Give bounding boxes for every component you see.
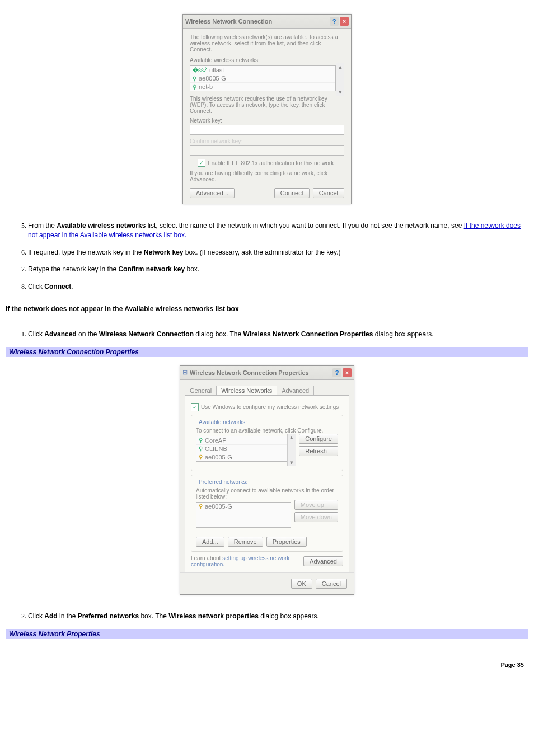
move-up-button: Move up	[294, 500, 338, 510]
signal-icon: ⚲	[199, 454, 203, 460]
signal-icon: ⚲	[199, 437, 203, 443]
configure-button[interactable]: Configure	[299, 434, 338, 444]
step-b1: Click Advanced on the Wireless Network C…	[28, 330, 528, 339]
preferred-legend: Preferred networks:	[197, 479, 249, 485]
properties-button[interactable]: Properties	[266, 537, 307, 547]
signal-icon: ⚲	[193, 76, 196, 82]
step-b2: Click Add in the Preferred networks box.…	[28, 612, 528, 621]
use-windows-checkbox[interactable]: ✓	[191, 403, 199, 411]
advanced-button[interactable]: Advanced...	[190, 188, 235, 198]
instruction-list-c: Click Add in the Preferred networks box.…	[6, 612, 528, 621]
wep-note: This wireless network requires the use o…	[190, 96, 344, 114]
add-button[interactable]: Add...	[196, 537, 224, 547]
available-desc: To connect to an available network, clic…	[196, 428, 338, 434]
use-windows-label: Use Windows to configure my wireless net…	[201, 404, 339, 410]
available-networks-label: Available wireless networks:	[190, 57, 344, 63]
step-6: If required, type the network key in the…	[28, 248, 528, 257]
instruction-list-a: From the Available wireless networks lis…	[6, 221, 528, 292]
learn-about: Learn about setting up wireless network …	[191, 555, 303, 567]
available-networks-list[interactable]: �ššŽulfast ⚲ae8005-G ⚲net-b	[190, 65, 336, 91]
page-number: Page 35	[6, 661, 528, 668]
available-networks-listbox[interactable]: ⚲CoreAP ⚲CLIENB ⚲ae8005-G	[196, 436, 287, 462]
network-key-input[interactable]	[190, 125, 344, 135]
step-8: Click Connect.	[28, 282, 528, 292]
cancel2-button[interactable]: Cancel	[316, 579, 347, 589]
network-key-label: Network key:	[190, 118, 344, 124]
dialog1-intro: The following wireless network(s) are av…	[190, 34, 344, 53]
tab-strip: General Wireless Networks Advanced	[185, 386, 349, 395]
signal-icon: ⚲	[199, 503, 203, 509]
section-band-2: Wireless Network Properties	[6, 629, 528, 639]
list-item[interactable]: ⚲CLIENB	[196, 445, 287, 453]
connect-button[interactable]: Connect	[274, 188, 310, 198]
dialog2-titlebar: ⊞ Wireless Network Connection Properties…	[180, 366, 354, 380]
preferred-desc: Automatically connect to available netwo…	[196, 487, 338, 500]
preferred-networks-fieldset: Preferred networks: Automatically connec…	[191, 475, 343, 552]
help-icon[interactable]: ?	[332, 368, 341, 377]
wireless-connection-dialog: Wireless Network Connection ? × The foll…	[182, 14, 352, 204]
confirm-key-label: Confirm network key:	[190, 138, 344, 144]
remove-button[interactable]: Remove	[228, 537, 263, 547]
move-down-button: Move down	[294, 512, 338, 522]
advanced2-button[interactable]: Advanced	[303, 556, 343, 566]
ok-button[interactable]: OK	[291, 579, 312, 589]
enable-8021x-label: Enable IEEE 802.1x authentication for th…	[208, 160, 334, 166]
close-icon[interactable]: ×	[340, 17, 349, 26]
step-5: From the Available wireless networks lis…	[28, 221, 528, 240]
app-icon: ⊞	[182, 369, 188, 376]
wireless-properties-dialog: ⊞ Wireless Network Connection Properties…	[180, 365, 354, 595]
preferred-networks-listbox[interactable]: ⚲ae8005-G	[196, 502, 291, 528]
step-7: Retype the network key in the Confirm ne…	[28, 265, 528, 274]
dialog2-title: Wireless Network Connection Properties	[190, 369, 331, 376]
list-item[interactable]: ⚲CoreAP	[196, 436, 287, 445]
signal-icon: ⚲	[193, 84, 196, 90]
chevron-up-icon[interactable]: ▴	[290, 434, 293, 441]
tab-advanced[interactable]: Advanced	[277, 386, 314, 395]
available-legend: Available networks:	[197, 419, 249, 425]
available-networks-fieldset: Available networks: To connect to an ava…	[191, 415, 343, 471]
chevron-down-icon[interactable]: ▾	[290, 459, 293, 466]
dialog1-title: Wireless Network Connection	[185, 18, 329, 25]
list-item[interactable]: ⚲ae8005-G	[196, 503, 291, 510]
tab-wireless-networks[interactable]: Wireless Networks	[216, 386, 277, 395]
enable-8021x-checkbox[interactable]: ✓	[198, 159, 205, 167]
chevron-down-icon[interactable]: ▾	[339, 88, 342, 96]
tab-general[interactable]: General	[185, 386, 217, 395]
close-icon[interactable]: ×	[343, 368, 352, 377]
list-item[interactable]: �ššŽulfast	[190, 66, 335, 74]
cancel-button[interactable]: Cancel	[313, 188, 344, 198]
scrollbar[interactable]: ▴▾	[336, 63, 344, 96]
signal-icon: �ššŽ	[193, 67, 207, 73]
scrollbar[interactable]: ▴▾	[287, 434, 296, 466]
dialog1-titlebar: Wireless Network Connection ? ×	[183, 15, 351, 29]
signal-icon: ⚲	[199, 445, 203, 452]
list-item[interactable]: ⚲ae8005-G	[190, 74, 335, 83]
refresh-button[interactable]: Refresh	[299, 446, 338, 456]
list-item[interactable]: ⚲ae8005-G	[196, 453, 287, 461]
chevron-up-icon[interactable]: ▴	[339, 63, 342, 71]
help-icon[interactable]: ?	[330, 17, 339, 26]
confirm-key-input	[190, 145, 344, 156]
list-item[interactable]: ⚲net-b	[190, 83, 335, 91]
subheading: If the network does not appear in the Av…	[6, 305, 528, 313]
instruction-list-b: Click Advanced on the Wireless Network C…	[6, 330, 528, 339]
section-band-1: Wireless Network Connection Properties	[6, 347, 528, 357]
difficulty-note: If you are having difficulty connecting …	[190, 170, 344, 182]
